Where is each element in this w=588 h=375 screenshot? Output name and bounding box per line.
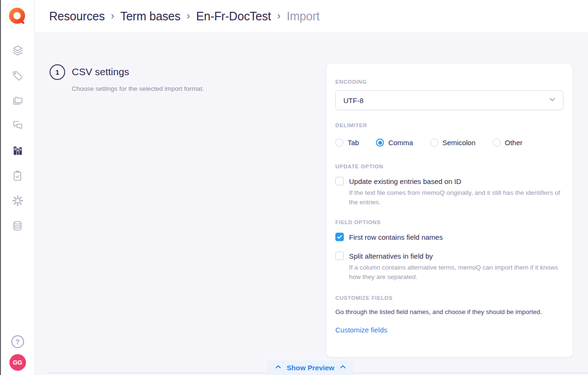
chevron-up-icon xyxy=(275,364,281,372)
customize-fields-link[interactable]: Customize fields xyxy=(335,326,387,334)
radio-button[interactable] xyxy=(430,139,438,147)
show-preview-button[interactable]: Show Preview xyxy=(267,360,354,375)
sidebar-item-database[interactable] xyxy=(11,220,24,233)
update-option-helper-text: If the text file comes from memoQ origin… xyxy=(349,188,563,207)
chevron-up-icon xyxy=(340,364,346,372)
tag-icon xyxy=(11,70,24,83)
radio-tab[interactable]: Tab xyxy=(335,139,359,147)
sidebar-item-term-bases[interactable] xyxy=(11,145,24,158)
checkbox-update-existing-entries[interactable]: Update existing entries based on ID xyxy=(335,177,563,185)
radio-button[interactable] xyxy=(493,139,501,147)
database-icon xyxy=(11,220,24,234)
memoq-logo[interactable] xyxy=(7,6,28,27)
encoding-label: ENCODING xyxy=(335,79,563,85)
sidebar-item-files[interactable] xyxy=(11,95,24,108)
breadcrumb-term-bases[interactable]: Term bases xyxy=(120,9,180,23)
window-left-edge xyxy=(0,0,1,375)
step-description: Choose settings for the selected import … xyxy=(72,85,204,92)
memoq-q-icon xyxy=(7,6,28,27)
sidebar-item-tasks[interactable] xyxy=(11,170,24,183)
checkbox-label: Update existing entries based on ID xyxy=(349,177,461,185)
chat-icon xyxy=(11,119,24,133)
radio-label: Comma xyxy=(388,139,413,147)
checkbox-label: Split alternatives in field by xyxy=(349,252,433,260)
encoding-value: UTF-8 xyxy=(343,96,364,105)
step-number-badge: 1 xyxy=(50,64,65,80)
customize-fields-description: Go through the listed field names, and c… xyxy=(335,308,563,315)
folders-icon xyxy=(11,94,24,108)
delimiter-label: DELIMITER xyxy=(335,122,563,128)
radio-other[interactable]: Other xyxy=(493,139,523,147)
radio-label: Semicolon xyxy=(443,139,476,147)
radio-comma[interactable]: Comma xyxy=(376,139,413,147)
check-icon xyxy=(337,234,342,240)
csv-settings-panel: ENCODING UTF-8 DELIMITER Tab Comma Semic… xyxy=(326,64,572,357)
radio-button[interactable] xyxy=(335,139,343,147)
show-preview-label: Show Preview xyxy=(287,364,334,372)
customize-fields-label: CUSTOMIZE FIELDS xyxy=(335,295,563,301)
breadcrumb-separator: › xyxy=(187,10,190,22)
breadcrumb-resources[interactable]: Resources xyxy=(49,9,105,23)
checkbox-split-alternatives[interactable]: Split alternatives in field by xyxy=(335,252,563,260)
breadcrumb-separator: › xyxy=(277,10,281,22)
sidebar-nav xyxy=(0,44,35,233)
chevron-down-icon xyxy=(549,96,556,105)
sidebar: ? GG xyxy=(0,0,35,375)
sidebar-item-settings[interactable] xyxy=(11,195,24,208)
update-option-label: UPDATE OPTION xyxy=(335,164,563,169)
checkbox-label: First row contains field names xyxy=(349,233,443,241)
avatar[interactable]: GG xyxy=(9,354,26,371)
radio-button[interactable] xyxy=(376,139,384,147)
radio-label: Other xyxy=(505,139,523,147)
sidebar-item-discussions[interactable] xyxy=(11,120,24,133)
breadcrumb: Resources › Term bases › En-Fr-DocTest ›… xyxy=(49,9,320,23)
sidebar-item-projects[interactable] xyxy=(11,44,24,58)
page-title: CSV settings xyxy=(72,66,129,78)
checkbox[interactable] xyxy=(335,177,344,185)
sidebar-bottom: ? GG xyxy=(0,335,35,371)
field-options-label: FIELD OPTIONS xyxy=(335,219,563,225)
delimiter-radio-group: Tab Comma Semicolon Other xyxy=(335,139,563,147)
top-bar: Resources › Term bases › En-Fr-DocTest ›… xyxy=(35,0,588,33)
checkbox[interactable] xyxy=(335,233,344,241)
checkbox-first-row-field-names[interactable]: First row contains field names xyxy=(335,233,563,241)
memoq-import-screen: Resources › Term bases › En-Fr-DocTest ›… xyxy=(0,0,588,375)
books-icon xyxy=(11,144,24,158)
help-icon[interactable]: ? xyxy=(11,335,24,348)
encoding-select[interactable]: UTF-8 xyxy=(335,90,563,110)
layers-icon xyxy=(11,44,24,58)
gear-icon xyxy=(11,194,24,209)
split-alternatives-helper-text: If a column contains alternative terms, … xyxy=(349,263,563,282)
radio-semicolon[interactable]: Semicolon xyxy=(430,139,476,147)
clipboard-check-icon xyxy=(11,170,24,183)
radio-label: Tab xyxy=(348,139,359,147)
breadcrumb-term-base-name[interactable]: En-Fr-DocTest xyxy=(196,9,271,23)
breadcrumb-import: Import xyxy=(287,9,320,23)
breadcrumb-separator: › xyxy=(111,10,114,22)
sidebar-item-tags[interactable] xyxy=(11,70,24,83)
checkbox[interactable] xyxy=(335,252,344,260)
